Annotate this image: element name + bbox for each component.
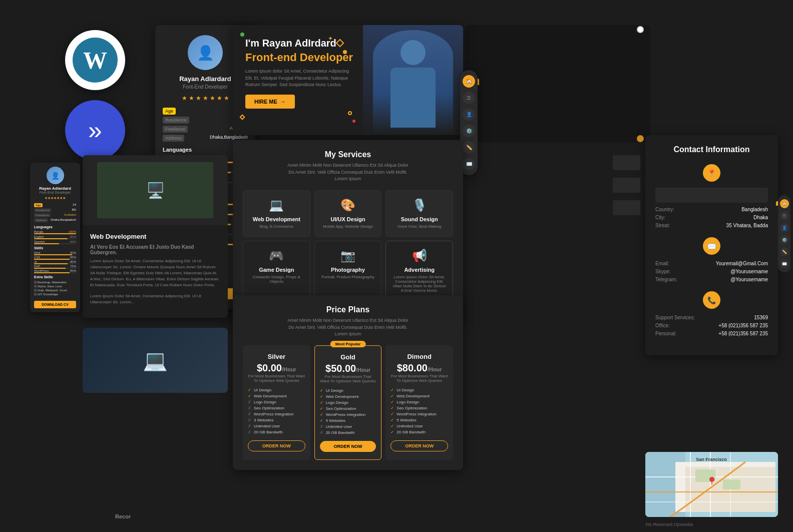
uiux-icon: 🎨 bbox=[320, 198, 376, 212]
plan-gold: Most Popular Gold $50.00/Hour For Most B… bbox=[314, 345, 382, 460]
svg-text:San Francisco: San Francisco bbox=[696, 457, 727, 462]
email-label: Email: bbox=[655, 261, 669, 266]
dot-green-1 bbox=[240, 33, 244, 37]
laptop-bg-decoration bbox=[465, 25, 650, 143]
recor-text: Recor bbox=[115, 513, 131, 519]
webdev-body: Lorem Ipsum Dolor Sit Amet, Consectetur … bbox=[90, 258, 220, 288]
silver-order-btn[interactable]: ORDER NOW bbox=[248, 440, 305, 451]
telegram-field: Telegram: @Yourusername bbox=[655, 277, 768, 282]
diamond-name: Dimond bbox=[390, 353, 448, 360]
diamond-features: ✓ UI Design ✓ Web Development ✓ Logo Des… bbox=[390, 388, 448, 434]
phone-group: 📞 Support Services: 15369 Office: +58 (0… bbox=[655, 291, 768, 336]
silver-sub: For Most Businesses That Want To Optimiz… bbox=[248, 374, 305, 383]
nav2-user[interactable]: 👤 bbox=[780, 223, 789, 232]
advertising-sub: Lorem Ipsum Dolor Sit Amet, Consectetur … bbox=[391, 275, 448, 293]
nav2-menu[interactable]: ☰ bbox=[780, 211, 789, 220]
location-icon: 📍 bbox=[703, 164, 720, 182]
sound-sub: Voice Over, Beat Making bbox=[391, 224, 448, 229]
email-group: ✉️ Email: Youremail@Gmail.Com Skype: @Yo… bbox=[655, 237, 768, 282]
plan-silver: Silver $0.00/Hour For Most Businesses Th… bbox=[243, 345, 310, 460]
price-plans-section: Price Plans Amet Minim Molit Non Deserun… bbox=[233, 295, 463, 470]
hire-me-button[interactable]: HIRE ME bbox=[245, 95, 295, 109]
nav2-home[interactable]: 🏠 bbox=[780, 199, 789, 208]
contact-panel: Contact Information 📍 Country: Banglades… bbox=[645, 135, 778, 355]
square-decoration-2 bbox=[239, 114, 245, 120]
office-label: Office: bbox=[655, 323, 670, 328]
star-decoration: ✦ bbox=[328, 35, 333, 42]
services-description: Amet Minim Molit Non Deserunt Ullamco Es… bbox=[243, 162, 453, 183]
nav2-mail[interactable]: ✉️ bbox=[780, 259, 789, 268]
photo-sub: Portrait, Product Photography bbox=[320, 275, 376, 279]
service-sound: 🎙️ Sound Design Voice Over, Beat Making bbox=[385, 190, 453, 237]
address-label: Address bbox=[163, 135, 184, 142]
hero-greeting: I'm Rayan AdIrdard bbox=[245, 38, 370, 49]
location-placeholder bbox=[655, 188, 768, 203]
gray-block-2 bbox=[613, 178, 640, 193]
nav-edit[interactable]: ✏️ bbox=[463, 141, 475, 154]
email-field: Email: Youremail@Gmail.Com bbox=[655, 261, 768, 266]
nav-settings[interactable]: ⚙️ bbox=[463, 125, 475, 137]
gray-block-1 bbox=[613, 155, 640, 170]
city-label: City: bbox=[655, 215, 665, 220]
svg-rect-11 bbox=[723, 479, 740, 489]
freelance-label: Freelance bbox=[163, 126, 188, 133]
gold-price: $50.00/Hour bbox=[320, 363, 376, 374]
support-label: Support Services: bbox=[655, 315, 695, 320]
office-field: Office: +58 (021)356 587 235 bbox=[655, 323, 768, 328]
support-value: 15369 bbox=[754, 315, 768, 320]
country-label: Country: bbox=[655, 207, 674, 212]
hero-role: Front-end Developer bbox=[245, 51, 370, 64]
web-dev-name: Web Development bbox=[248, 216, 305, 222]
game-name: Game Design bbox=[248, 267, 305, 273]
webdev-image: 🖥️ bbox=[83, 155, 228, 225]
skype-value: @Yourusername bbox=[730, 269, 768, 274]
personal-value: +58 (021)356 587 235 bbox=[718, 331, 768, 336]
webdev-at-vero: At Vero Eos Et Accusam Et Justo Duo Kasd… bbox=[90, 244, 220, 255]
wp-icon: W bbox=[73, 38, 118, 83]
diamond-price: $80.00/Hour bbox=[390, 362, 448, 374]
right-nav-contact[interactable]: 🏠 ☰ 👤 ⚙️ ✏️ ✉️ bbox=[778, 195, 790, 272]
small-title: Font-End Developer bbox=[34, 191, 76, 194]
service-web-dev: 💻 Web Development Blog, E-Commerce bbox=[243, 190, 310, 237]
age-label: Age bbox=[163, 108, 176, 115]
email-value: Youremail@Gmail.Com bbox=[716, 261, 768, 266]
office-value: +58 (021)356 587 235 bbox=[718, 323, 768, 328]
contact-heading: Contact Information bbox=[655, 145, 768, 154]
nav-user[interactable]: 👤 bbox=[463, 108, 475, 121]
gold-order-btn[interactable]: ORDER NOW bbox=[320, 441, 376, 452]
nav2-settings[interactable]: ⚙️ bbox=[780, 235, 789, 244]
price-heading: Price Plans bbox=[243, 305, 453, 314]
arrow-icon: » bbox=[88, 116, 102, 145]
nav-mail[interactable]: ✉️ bbox=[463, 158, 475, 170]
nav-home[interactable]: 🏠 bbox=[463, 75, 475, 88]
dot-yellow-1 bbox=[343, 50, 347, 54]
service-uiux: 🎨 UI/UX Design Mobile App, Website Desig… bbox=[314, 190, 382, 237]
email-icon: ✉️ bbox=[703, 237, 720, 255]
webdev-title: Web Development bbox=[90, 233, 220, 240]
phone-icon: 📞 bbox=[703, 291, 720, 309]
country-value: Bangladesh bbox=[741, 207, 768, 212]
uiux-name: UI/UX Design bbox=[320, 216, 376, 222]
price-grid: Silver $0.00/Hour For Most Businesses Th… bbox=[243, 345, 453, 460]
plan-diamond: Dimond $80.00/Hour For Most Businesses T… bbox=[385, 345, 453, 460]
skype-field: Skype: @Yourusername bbox=[655, 269, 768, 274]
skype-label: Skype: bbox=[655, 269, 671, 274]
game-icon: 🎮 bbox=[248, 249, 305, 263]
hero-person-image bbox=[363, 25, 463, 135]
diamond-order-btn[interactable]: ORDER NOW bbox=[390, 440, 448, 451]
footer-copyright: hts Reserved.Ojomedia bbox=[646, 522, 693, 527]
webdev-content: Web Development At Vero Eos Et Accusam E… bbox=[83, 225, 228, 318]
location-group: 📍 Country: Bangladesh City: Dhaka Streat… bbox=[655, 164, 768, 228]
small-info-age: Age 24 bbox=[34, 203, 76, 207]
silver-features: ✓ UI Design ✓ Web Development ✗ Logo Des… bbox=[248, 388, 305, 434]
services-heading: My Services bbox=[243, 150, 453, 159]
small-stars: ★★★★★★★ bbox=[34, 196, 76, 200]
gray-block-3 bbox=[613, 200, 640, 215]
nav2-edit[interactable]: ✏️ bbox=[780, 247, 789, 256]
diamond-sub: For Most Businesses That Want To Optimiz… bbox=[390, 374, 448, 383]
web-dev-icon: 💻 bbox=[248, 198, 305, 212]
small-download-btn[interactable]: DOWNLOAD CV bbox=[34, 301, 76, 308]
small-name: Rayan Adlardard bbox=[34, 186, 76, 191]
nav-menu[interactable]: ☰ bbox=[463, 92, 475, 104]
profile-avatar: 👤 bbox=[188, 35, 223, 70]
